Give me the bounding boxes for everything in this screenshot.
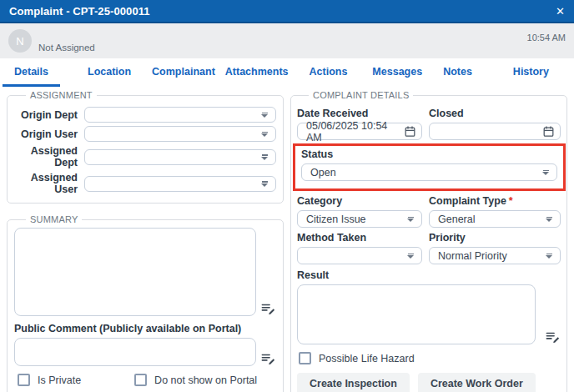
possible-life-hazard-checkbox[interactable]: Possible Life Hazard <box>297 352 561 364</box>
tab-complainant[interactable]: Complainant <box>152 58 215 87</box>
is-private-label: Is Private <box>38 374 81 386</box>
priority-label: Priority <box>429 232 561 244</box>
checkbox-icon[interactable] <box>134 374 147 386</box>
assigned-dept-label: Assigned Dept <box>14 145 78 168</box>
summary-section: SUMMARY Public Comment (Publicly availab… <box>7 214 284 392</box>
complaint-details-section: COMPLAINT DETAILS Date Received 05/06/20… <box>290 90 567 392</box>
priority-select[interactable]: Normal Priority <box>429 247 561 264</box>
edit-note-icon[interactable] <box>545 329 561 344</box>
required-asterisk: * <box>509 195 513 207</box>
dates-row: Date Received 05/06/2025 10:54 AM <box>297 103 561 140</box>
chevron-down-icon <box>261 154 269 160</box>
chevron-down-icon <box>546 254 553 259</box>
tab-details[interactable]: Details <box>3 58 60 87</box>
result-textarea[interactable] <box>297 284 536 344</box>
assignment-legend: ASSIGNMENT <box>26 90 97 100</box>
summary-textarea-row <box>14 228 276 316</box>
do-not-show-on-portal-label: Do not show on Portal <box>154 374 257 386</box>
tab-bar: Details Location Complainant Attachments… <box>0 58 574 87</box>
public-comment-textarea[interactable] <box>14 338 256 366</box>
create-inspection-button[interactable]: Create Inspection <box>297 373 410 392</box>
calendar-icon[interactable] <box>404 125 416 138</box>
possible-life-hazard-label: Possible Life Hazard <box>319 353 415 364</box>
chevron-down-icon <box>407 217 415 223</box>
tab-notes[interactable]: Notes <box>443 58 472 87</box>
title-bar: Complaint - CPT-25-000011 ✕ <box>0 0 574 23</box>
category-select[interactable]: Citizen Issue <box>297 210 422 228</box>
do-not-show-on-portal-checkbox[interactable]: Do not show on Portal <box>134 374 257 386</box>
status-label: Status <box>301 148 557 160</box>
result-label: Result <box>297 269 561 281</box>
origin-user-label: Origin User <box>14 128 78 140</box>
complaint-type-select[interactable]: General <box>429 210 561 228</box>
edit-note-icon[interactable] <box>260 300 276 316</box>
create-work-order-button[interactable]: Create Work Order <box>418 373 536 392</box>
category-value: Citizen Issue <box>306 214 366 225</box>
origin-dept-select[interactable] <box>84 107 276 123</box>
category-row: Category Citizen Issue Complaint Type* G… <box>297 191 561 228</box>
date-received-input[interactable]: 05/06/2025 10:54 AM <box>297 123 422 140</box>
closed-input[interactable] <box>429 123 561 140</box>
status-value: Open <box>310 167 336 178</box>
chevron-down-icon <box>546 217 553 223</box>
date-received-value: 05/06/2025 10:54 AM <box>306 120 404 143</box>
portal-checkbox-row: Is Private Do not show on Portal <box>14 374 276 386</box>
tab-messages[interactable]: Messages <box>372 58 422 87</box>
complaint-modal: Complaint - CPT-25-000011 ✕ N Not Assign… <box>0 0 574 392</box>
tab-location[interactable]: Location <box>88 58 131 87</box>
annotation-box-status: Status Open <box>293 143 566 191</box>
closed-label: Closed <box>429 108 561 119</box>
priority-value: Normal Priority <box>438 250 507 262</box>
chevron-down-icon <box>261 113 269 118</box>
category-label: Category <box>297 195 422 207</box>
record-timestamp: 10:54 AM <box>527 33 566 43</box>
edit-note-icon[interactable] <box>260 350 276 366</box>
left-column: ASSIGNMENT Origin Dept Origin User <box>7 90 284 392</box>
is-private-checkbox[interactable]: Is Private <box>18 374 81 386</box>
result-row <box>297 284 561 344</box>
complaint-type-value: General <box>438 214 475 225</box>
checkbox-icon[interactable] <box>299 352 311 364</box>
action-buttons-row: Create Inspection Create Work Order <box>297 373 561 392</box>
tab-history[interactable]: History <box>513 58 549 87</box>
details-panel: ASSIGNMENT Origin Dept Origin User <box>0 87 574 392</box>
chevron-down-icon <box>261 132 269 138</box>
assigned-user-select[interactable] <box>84 176 276 192</box>
chevron-down-icon <box>261 181 269 187</box>
assigned-user-row: Assigned User <box>14 172 276 195</box>
complaint-type-label: Complaint Type* <box>429 195 561 207</box>
checkbox-icon[interactable] <box>18 374 30 386</box>
info-band: N Not Assigned 10:54 AM <box>0 23 574 58</box>
chevron-down-icon <box>542 170 550 176</box>
calendar-icon[interactable] <box>542 125 555 138</box>
status-select[interactable]: Open <box>301 163 557 181</box>
tab-actions[interactable]: Actions <box>310 58 348 87</box>
method-taken-select[interactable] <box>297 247 422 264</box>
public-comment-label: Public Comment (Publicly available on Po… <box>14 323 276 334</box>
origin-dept-row: Origin Dept <box>14 107 276 123</box>
window-title: Complaint - CPT-25-000011 <box>9 5 150 18</box>
origin-user-select[interactable] <box>84 126 276 142</box>
method-taken-label: Method Taken <box>297 232 422 244</box>
method-priority-row: Method Taken Priority Normal Priority <box>297 228 561 264</box>
origin-dept-label: Origin Dept <box>14 109 78 121</box>
date-received-label: Date Received <box>297 108 422 119</box>
summary-legend: SUMMARY <box>26 214 82 224</box>
assigned-user-label: Assigned User <box>14 172 78 195</box>
assignment-section: ASSIGNMENT Origin Dept Origin User <box>7 90 284 204</box>
complaint-details-legend: COMPLAINT DETAILS <box>309 90 413 100</box>
assigned-dept-select[interactable] <box>84 149 276 165</box>
close-icon[interactable]: ✕ <box>556 6 565 17</box>
avatar: N <box>8 29 32 53</box>
right-column: COMPLAINT DETAILS Date Received 05/06/20… <box>290 90 567 392</box>
assigned-user-label: Not Assigned <box>38 43 95 53</box>
summary-textarea[interactable] <box>14 228 256 316</box>
chevron-down-icon <box>407 254 415 259</box>
tab-attachments[interactable]: Attachments <box>225 58 289 87</box>
origin-user-row: Origin User <box>14 126 276 142</box>
public-comment-row <box>14 338 276 366</box>
assigned-dept-row: Assigned Dept <box>14 145 276 168</box>
